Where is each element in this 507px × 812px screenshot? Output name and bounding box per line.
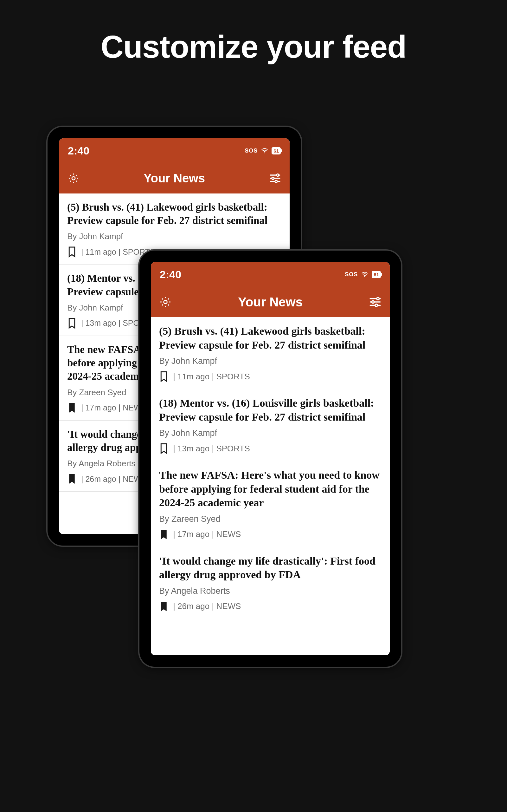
battery-indicator: 61 bbox=[372, 271, 381, 278]
status-time: 2:40 bbox=[160, 268, 181, 281]
nav-title: Your News bbox=[238, 295, 302, 309]
bookmark-icon[interactable] bbox=[159, 443, 169, 455]
svg-point-9 bbox=[164, 300, 167, 304]
article-title: The new FAFSA: Here's what you need to k… bbox=[159, 468, 382, 510]
article-byline: By John Kampf bbox=[159, 356, 382, 366]
article-meta: | 13m ago | SPORTS bbox=[159, 443, 382, 455]
sos-label: SOS bbox=[245, 148, 258, 154]
article-meta: | 11m ago | SPORTS bbox=[159, 370, 382, 383]
bookmark-filled-icon[interactable] bbox=[159, 528, 169, 541]
article-meta-text: | 17m ago | NEWS bbox=[173, 529, 241, 539]
battery-indicator: 61 bbox=[272, 147, 281, 154]
hero-title: Customize your feed bbox=[0, 29, 507, 65]
wifi-icon bbox=[261, 147, 268, 154]
article-title: (18) Mentor vs. (16) Louisville girls ba… bbox=[159, 396, 382, 424]
article-meta: | 17m ago | NEWS bbox=[159, 528, 382, 541]
sliders-icon[interactable] bbox=[368, 295, 382, 309]
article-byline: By Angela Roberts bbox=[159, 586, 382, 596]
svg-point-1 bbox=[72, 177, 75, 180]
bookmark-filled-icon[interactable] bbox=[67, 402, 77, 414]
article-byline: By John Kampf bbox=[67, 232, 281, 241]
article-card[interactable]: The new FAFSA: Here's what you need to k… bbox=[151, 461, 390, 547]
sos-label: SOS bbox=[345, 271, 358, 278]
bookmark-icon[interactable] bbox=[67, 317, 77, 329]
article-byline: By John Kampf bbox=[159, 428, 382, 438]
gear-icon[interactable] bbox=[158, 295, 172, 309]
article-meta-text: | 26m ago | NEWS bbox=[81, 474, 147, 484]
bookmark-icon[interactable] bbox=[67, 246, 77, 258]
svg-point-7 bbox=[275, 180, 277, 183]
bookmark-icon[interactable] bbox=[159, 370, 169, 383]
status-bar: 2:40 SOS 61 bbox=[151, 262, 390, 287]
status-right: SOS 61 bbox=[345, 270, 381, 278]
article-byline: By Zareen Syed bbox=[159, 514, 382, 524]
svg-point-6 bbox=[272, 177, 274, 179]
gear-icon[interactable] bbox=[66, 171, 80, 185]
svg-point-8 bbox=[364, 276, 365, 277]
svg-point-13 bbox=[377, 298, 379, 300]
article-card[interactable]: 'It would change my life drastically': F… bbox=[151, 547, 390, 619]
article-meta: | 26m ago | NEWS bbox=[159, 600, 382, 612]
article-title: (5) Brush vs. (41) Lakewood girls basket… bbox=[67, 200, 281, 227]
bookmark-filled-icon[interactable] bbox=[67, 473, 77, 485]
article-title: 'It would change my life drastically': F… bbox=[159, 554, 382, 582]
article-meta-text: | 13m ago | SPORTS bbox=[173, 444, 250, 454]
svg-point-5 bbox=[277, 174, 279, 176]
tablet-frame-front: 2:40 SOS 61 Your News (5) Brush vs. (41)… bbox=[139, 251, 401, 667]
wifi-icon bbox=[361, 270, 369, 278]
nav-title: Your News bbox=[144, 171, 205, 185]
status-time: 2:40 bbox=[68, 145, 89, 157]
article-meta-text: | 11m ago | SPORTS bbox=[173, 372, 250, 382]
svg-point-0 bbox=[264, 153, 265, 154]
article-card[interactable]: (5) Brush vs. (41) Lakewood girls basket… bbox=[151, 317, 390, 389]
svg-point-15 bbox=[375, 304, 378, 307]
sliders-icon[interactable] bbox=[268, 171, 282, 185]
nav-bar: Your News bbox=[59, 163, 290, 194]
article-card[interactable]: (18) Mentor vs. (16) Louisville girls ba… bbox=[151, 389, 390, 461]
news-feed[interactable]: (5) Brush vs. (41) Lakewood girls basket… bbox=[151, 317, 390, 655]
article-meta-text: | 17m ago | NEWS bbox=[81, 403, 147, 412]
tablet-screen-front: 2:40 SOS 61 Your News (5) Brush vs. (41)… bbox=[151, 262, 390, 655]
article-title: (5) Brush vs. (41) Lakewood girls basket… bbox=[159, 324, 382, 352]
article-meta-text: | 26m ago | NEWS bbox=[173, 601, 241, 611]
nav-bar: Your News bbox=[151, 287, 390, 317]
bookmark-filled-icon[interactable] bbox=[159, 600, 169, 612]
svg-point-14 bbox=[372, 301, 374, 303]
status-bar: 2:40 SOS 61 bbox=[59, 138, 290, 163]
status-right: SOS 61 bbox=[245, 147, 281, 154]
